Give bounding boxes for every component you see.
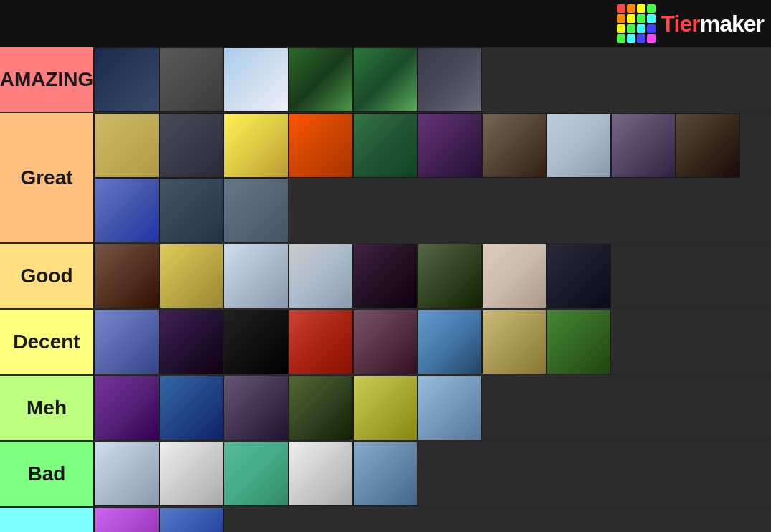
card-a4	[288, 47, 353, 112]
card-g6	[417, 113, 482, 178]
card-d1	[95, 310, 159, 374]
tier-label-great: Great	[0, 113, 93, 242]
logo-cell	[647, 14, 656, 23]
card-go4	[288, 244, 353, 308]
logo-cell	[627, 4, 635, 13]
card-m2	[159, 376, 224, 440]
logo-cell	[627, 34, 635, 43]
tier-content-terrible	[93, 508, 771, 532]
tier-content-decent	[93, 310, 771, 374]
logo-cell	[637, 4, 645, 13]
tier-row-decent: Decent	[0, 310, 771, 376]
card-g7	[482, 113, 547, 178]
tier-label-meh: Meh	[0, 376, 93, 440]
card-m3	[224, 376, 288, 440]
card-g1	[95, 113, 159, 178]
tier-content-meh	[93, 376, 771, 440]
tier-label-terrible: Terrible	[0, 508, 93, 532]
card-m1	[95, 376, 159, 440]
card-g8	[547, 113, 611, 178]
card-d7	[482, 310, 547, 374]
tiermaker-text: Tiermaker	[661, 11, 764, 37]
logo-cell	[617, 14, 625, 23]
header: Tiermaker	[0, 0, 771, 47]
card-d4	[288, 310, 353, 374]
tier-row-great: Great	[0, 113, 771, 244]
card-go8	[547, 244, 611, 308]
card-g3	[224, 113, 288, 178]
card-d5	[353, 310, 417, 374]
card-t2	[159, 508, 224, 532]
card-d3	[224, 310, 288, 374]
card-g9	[611, 113, 676, 178]
card-a5	[353, 47, 417, 112]
tier-label-amazing: AMAZING	[0, 47, 93, 112]
card-g4	[288, 113, 353, 178]
card-a6	[417, 47, 482, 112]
card-d8	[547, 310, 611, 374]
card-g12	[159, 178, 224, 242]
card-go1	[95, 244, 159, 308]
card-d6	[417, 310, 482, 374]
logo-cell	[627, 14, 635, 23]
card-go7	[482, 244, 547, 308]
card-g10	[676, 113, 740, 178]
card-g2	[159, 113, 224, 178]
logo-cell	[627, 24, 635, 33]
card-b1	[95, 442, 159, 506]
tier-content-good	[93, 244, 771, 308]
logo-cell	[617, 34, 625, 43]
tiermaker-logo: Tiermaker	[617, 4, 764, 43]
tier-row-terrible: Terrible	[0, 508, 771, 532]
card-m4	[288, 376, 353, 440]
card-g11	[95, 178, 159, 242]
logo-grid-icon	[617, 4, 656, 43]
logo-cell	[617, 24, 625, 33]
tier-row-amazing: AMAZING	[0, 47, 771, 113]
tier-label-good: Good	[0, 244, 93, 308]
card-g5	[353, 113, 417, 178]
card-b4	[288, 442, 353, 506]
logo-cell	[617, 4, 625, 13]
card-go2	[159, 244, 224, 308]
card-a1	[95, 47, 159, 112]
card-a3	[224, 47, 288, 112]
tier-content-great	[93, 113, 771, 242]
card-go3	[224, 244, 288, 308]
card-m6	[417, 376, 482, 440]
card-go5	[353, 244, 417, 308]
logo-cell	[647, 4, 656, 13]
card-a2	[159, 47, 224, 112]
card-b3	[224, 442, 288, 506]
tier-container: AMAZINGGreatGoodDecentMehBadTerrible	[0, 47, 771, 532]
tier-row-meh: Meh	[0, 376, 771, 442]
card-b2	[159, 442, 224, 506]
card-d2	[159, 310, 224, 374]
logo-cell	[647, 34, 656, 43]
card-b5	[353, 442, 417, 506]
logo-cell	[637, 24, 645, 33]
tier-content-bad	[93, 442, 771, 506]
tier-label-decent: Decent	[0, 310, 93, 374]
tier-label-bad: Bad	[0, 442, 93, 506]
card-t1	[95, 508, 159, 532]
logo-cell	[637, 34, 645, 43]
tier-row-bad: Bad	[0, 442, 771, 508]
tier-row-good: Good	[0, 244, 771, 310]
tier-content-amazing	[93, 47, 771, 112]
card-go6	[417, 244, 482, 308]
card-m5	[353, 376, 417, 440]
logo-cell	[647, 24, 656, 33]
logo-cell	[637, 14, 645, 23]
card-g13	[224, 178, 288, 242]
